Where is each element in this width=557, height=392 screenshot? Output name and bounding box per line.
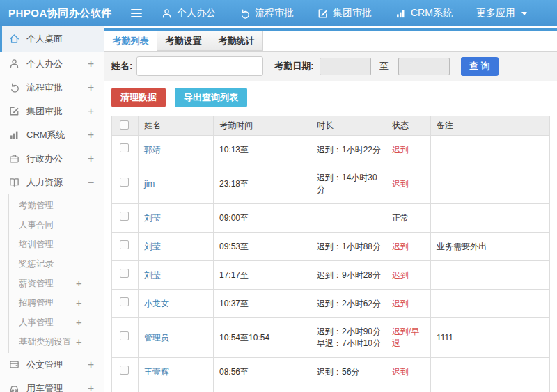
row-checkbox[interactable] <box>120 178 129 187</box>
employee-name-link[interactable]: 小龙女 <box>144 299 169 308</box>
select-all-checkbox[interactable] <box>120 120 129 130</box>
tab-考勤列表[interactable]: 考勤列表 <box>104 31 157 51</box>
sidebar-item-流程审批[interactable]: 流程审批+ <box>0 76 104 100</box>
status-badge: 迟到 <box>392 145 409 155</box>
table-row: 郭靖10:13至迟到：1小时22分迟到 <box>112 136 550 164</box>
top-menu-item-0[interactable]: 个人办公 <box>162 7 216 19</box>
employee-name-link[interactable]: 刘莹 <box>144 213 161 223</box>
duration-line: 迟到：14小时30分 <box>317 172 382 196</box>
sidebar-item-label: 用车管理 <box>26 382 88 392</box>
row-checkbox[interactable] <box>120 366 129 375</box>
status-badge: 迟到 <box>392 299 409 308</box>
sidebar-item-用车管理[interactable]: 用车管理+ <box>0 377 104 392</box>
status-badge: 迟到/早退 <box>392 327 419 348</box>
duration-line: 迟到：2小时90分 <box>317 326 382 338</box>
column-header-状态: 状态 <box>386 116 431 136</box>
status-cell: 迟到 <box>386 164 431 204</box>
column-header-备注: 备注 <box>431 116 550 136</box>
status-cell: 迟到 <box>386 233 431 261</box>
sidebar-item-label: 公文管理 <box>26 359 88 371</box>
clean-data-button[interactable]: 清理数据 <box>111 88 166 107</box>
top-menu-item-4[interactable]: 更多应用 <box>476 7 527 19</box>
sidebar-item-crm系统[interactable]: CRM系统+ <box>0 123 104 147</box>
employee-name-link[interactable]: 王壹辉 <box>144 367 169 377</box>
status-cell: 迟到 <box>386 136 431 164</box>
book-icon <box>9 177 20 188</box>
row-checkbox[interactable] <box>120 269 129 278</box>
sidebar-subitem-招聘管理[interactable]: 招聘管理+ <box>9 293 104 313</box>
table-row: 小龙女10:37至迟到：2小时62分迟到 <box>112 290 550 318</box>
employee-name-link[interactable]: jim <box>144 179 155 189</box>
search-button[interactable]: 查 询 <box>461 57 499 76</box>
duration-cell: 迟到：9小时28分 <box>311 261 386 290</box>
expand-icon[interactable]: + <box>76 313 81 332</box>
sidebar-item-个人办公[interactable]: 个人办公+ <box>0 52 104 76</box>
row-checkbox[interactable] <box>120 143 129 152</box>
top-menu-item-3[interactable]: CRM系统 <box>395 7 453 19</box>
sidebar-subitem-奖惩记录[interactable]: 奖惩记录 <box>9 254 104 274</box>
expand-icon[interactable]: + <box>88 359 94 371</box>
table-row: jim23:18至迟到：14小时30分迟到 <box>112 164 550 204</box>
row-checkbox[interactable] <box>120 240 129 249</box>
expand-icon[interactable]: + <box>88 105 94 118</box>
sidebar-subitem-人事管理[interactable]: 人事管理+ <box>9 313 104 332</box>
expand-icon[interactable]: + <box>88 81 94 94</box>
row-checkbox[interactable] <box>120 297 129 306</box>
top-menu-item-1[interactable]: 流程审批 <box>240 7 294 19</box>
sidebar-item-人力资源[interactable]: 人力资源− <box>0 171 104 194</box>
status-cell: 迟到 <box>386 290 431 318</box>
row-checkbox[interactable] <box>120 212 129 221</box>
name-cell: 小龙女 <box>139 290 214 318</box>
employee-name-link[interactable]: 刘莹 <box>144 270 161 280</box>
sidebar-subitem-人事合同[interactable]: 人事合同 <box>9 215 104 235</box>
sidebar-subitem-label: 人事合同 <box>19 220 54 230</box>
top-menu-label: CRM系统 <box>411 7 453 19</box>
export-list-button[interactable]: 导出查询列表 <box>175 88 247 107</box>
sidebar-item-行政办公[interactable]: 行政办公+ <box>0 147 104 171</box>
employee-name-link[interactable]: 刘莹 <box>144 242 161 251</box>
table-row: 刘莹09:53至迟到：1小时88分迟到业务需要外出 <box>112 233 550 261</box>
duration-line: 迟到：1小时88分 <box>317 241 382 253</box>
sidebar-subitem-薪资管理[interactable]: 薪资管理+ <box>9 274 104 293</box>
duration-cell: 迟到：2小时62分 <box>311 290 386 318</box>
status-cell: 迟到 <box>386 358 431 386</box>
name-cell: 刘莹 <box>139 233 214 261</box>
expand-icon[interactable]: + <box>88 58 94 70</box>
name-input[interactable] <box>136 56 263 76</box>
sidebar-item-个人桌面[interactable]: 个人桌面 <box>0 26 104 52</box>
employee-name-link[interactable]: 管理员 <box>144 333 169 343</box>
row-checkbox[interactable] <box>120 331 129 340</box>
expand-icon[interactable]: + <box>88 152 94 165</box>
duration-line: 早退：7小时10分 <box>317 338 382 350</box>
tab-bar: 考勤列表考勤设置考勤统计 <box>104 31 557 52</box>
sidebar-subitem-培训管理[interactable]: 培训管理 <box>9 235 104 254</box>
expand-icon[interactable]: + <box>76 293 81 313</box>
note-cell: 业务需要外出 <box>431 233 550 261</box>
top-menu-item-2[interactable]: 集团审批 <box>317 7 372 19</box>
menu-toggle-icon[interactable] <box>131 9 152 17</box>
date-end-input[interactable] <box>398 58 450 75</box>
date-start-input[interactable] <box>320 58 371 75</box>
sidebar-item-label: CRM系统 <box>26 129 88 141</box>
status-cell: 迟到 <box>386 261 431 290</box>
sidebar-item-集团审批[interactable]: 集团审批+ <box>0 100 104 123</box>
sidebar-subitem-考勤管理[interactable]: 考勤管理 <box>9 196 104 215</box>
briefcase-icon <box>9 153 20 164</box>
expand-icon[interactable]: + <box>88 129 94 141</box>
tab-考勤设置[interactable]: 考勤设置 <box>157 31 210 51</box>
column-header-考勤时间: 考勤时间 <box>214 116 311 136</box>
sidebar-subitem-基础类别设置[interactable]: 基础类别设置+ <box>9 332 104 352</box>
collapse-icon[interactable]: − <box>88 176 94 189</box>
duration-cell: 迟到：1小时22分 <box>311 136 386 164</box>
sidebar-item-label: 个人桌面 <box>26 33 94 45</box>
sidebar-item-公文管理[interactable]: 公文管理+ <box>0 353 104 377</box>
duration-cell: 迟到：56分 <box>311 358 386 386</box>
expand-icon[interactable]: + <box>76 274 81 293</box>
time-cell: 09:00至 <box>214 204 311 233</box>
expand-icon[interactable]: + <box>76 332 81 352</box>
tab-考勤统计[interactable]: 考勤统计 <box>210 31 263 51</box>
main-panel: 考勤列表考勤设置考勤统计 姓名: 考勤日期: 至 查 询 清理数据 导出查询列表… <box>104 26 557 392</box>
expand-icon[interactable]: + <box>88 382 94 392</box>
name-cell: 王壹辉 <box>139 358 214 386</box>
employee-name-link[interactable]: 郭靖 <box>144 145 161 155</box>
